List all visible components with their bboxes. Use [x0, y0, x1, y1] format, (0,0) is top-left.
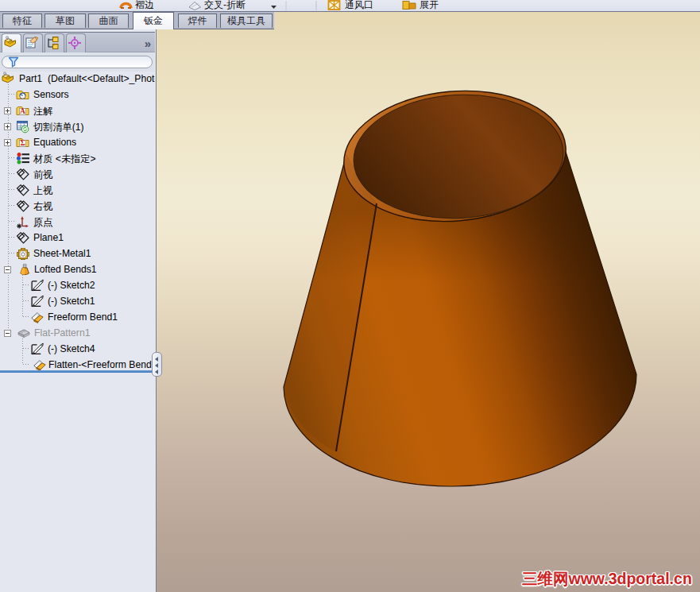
svg-text:Σ: Σ [20, 139, 25, 147]
svg-text:A: A [20, 107, 25, 115]
